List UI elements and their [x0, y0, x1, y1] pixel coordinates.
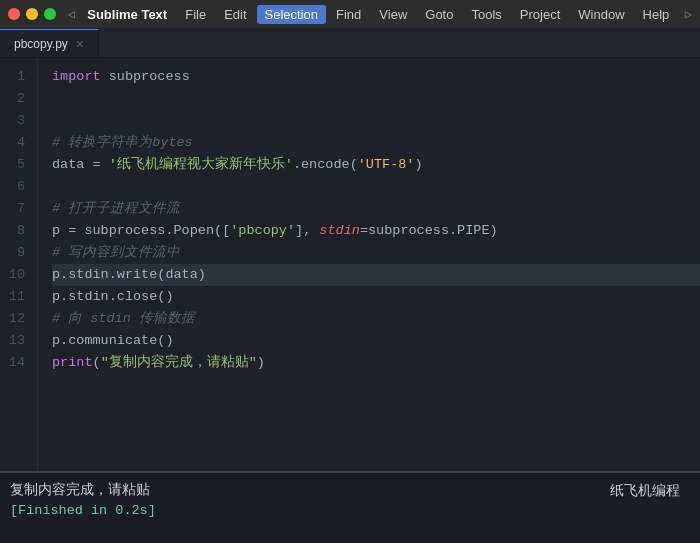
sidebar-toggle-left-icon[interactable]: ◁	[68, 7, 75, 22]
line-num: 4	[8, 132, 25, 154]
menu-view[interactable]: View	[371, 5, 415, 24]
line-num: 14	[8, 352, 25, 374]
tab-pbcopy[interactable]: pbcopy.py ×	[0, 29, 99, 57]
menu-edit[interactable]: Edit	[216, 5, 254, 24]
line-num: 9	[8, 242, 25, 264]
maximize-button[interactable]	[44, 8, 56, 20]
code-line-1: import subprocess	[52, 66, 700, 88]
line-num: 8	[8, 220, 25, 242]
line-num: 7	[8, 198, 25, 220]
menu-help[interactable]: Help	[635, 5, 678, 24]
code-line-8: p = subprocess.Popen(['pbcopy'], stdin=s…	[52, 220, 700, 242]
code-line-5: data = '纸飞机编程视大家新年快乐'.encode('UTF-8')	[52, 154, 700, 176]
menu-window[interactable]: Window	[570, 5, 632, 24]
code-line-7: # 打开子进程文件流	[52, 198, 700, 220]
code-line-2	[52, 88, 700, 110]
code-line-10: p.stdin.write(data)	[52, 264, 700, 286]
code-line-11: p.stdin.close()	[52, 286, 700, 308]
editor: 1 2 3 4 5 6 7 8 9 10 11 12 13 14 import …	[0, 58, 700, 471]
code-line-6	[52, 176, 700, 198]
code-line-14: print("复制内容完成，请粘贴")	[52, 352, 700, 374]
terminal-branding: 纸飞机编程	[610, 481, 680, 501]
code-line-12: # 向 stdin 传输数据	[52, 308, 700, 330]
line-num: 12	[8, 308, 25, 330]
line-num: 11	[8, 286, 25, 308]
line-num: 13	[8, 330, 25, 352]
code-area[interactable]: import subprocess # 转换字符串为bytes data = '…	[38, 58, 700, 471]
line-numbers: 1 2 3 4 5 6 7 8 9 10 11 12 13 14	[0, 58, 38, 471]
menu-bar: Sublime Text File Edit Selection Find Vi…	[79, 5, 681, 24]
tab-close-icon[interactable]: ×	[76, 37, 84, 51]
sidebar-toggle-right-icon[interactable]: ▷	[685, 7, 692, 22]
line-num: 5	[8, 154, 25, 176]
code-line-13: p.communicate()	[52, 330, 700, 352]
line-num: 6	[8, 176, 25, 198]
close-button[interactable]	[8, 8, 20, 20]
menu-goto[interactable]: Goto	[417, 5, 461, 24]
line-num: 1	[8, 66, 25, 88]
menu-project[interactable]: Project	[512, 5, 568, 24]
line-num: 2	[8, 88, 25, 110]
title-bar: ◁ Sublime Text File Edit Selection Find …	[0, 0, 700, 28]
app-name[interactable]: Sublime Text	[79, 5, 175, 24]
terminal-output: 复制内容完成，请粘贴 [Finished in 0.2s] 纸飞机编程	[10, 481, 690, 521]
line-num: 3	[8, 110, 25, 132]
code-line-4: # 转换字符串为bytes	[52, 132, 700, 154]
traffic-lights	[8, 8, 56, 20]
code-line-3	[52, 110, 700, 132]
menu-find[interactable]: Find	[328, 5, 369, 24]
terminal-line2: [Finished in 0.2s]	[10, 501, 690, 521]
terminal-panel: 复制内容完成，请粘贴 [Finished in 0.2s] 纸飞机编程	[0, 471, 700, 543]
code-line-9: # 写内容到文件流中	[52, 242, 700, 264]
terminal-line1: 复制内容完成，请粘贴	[10, 481, 690, 501]
menu-tools[interactable]: Tools	[463, 5, 509, 24]
tab-filename: pbcopy.py	[14, 37, 68, 51]
tab-bar: pbcopy.py ×	[0, 28, 700, 58]
menu-file[interactable]: File	[177, 5, 214, 24]
line-num: 10	[8, 264, 25, 286]
menu-selection[interactable]: Selection	[257, 5, 326, 24]
minimize-button[interactable]	[26, 8, 38, 20]
